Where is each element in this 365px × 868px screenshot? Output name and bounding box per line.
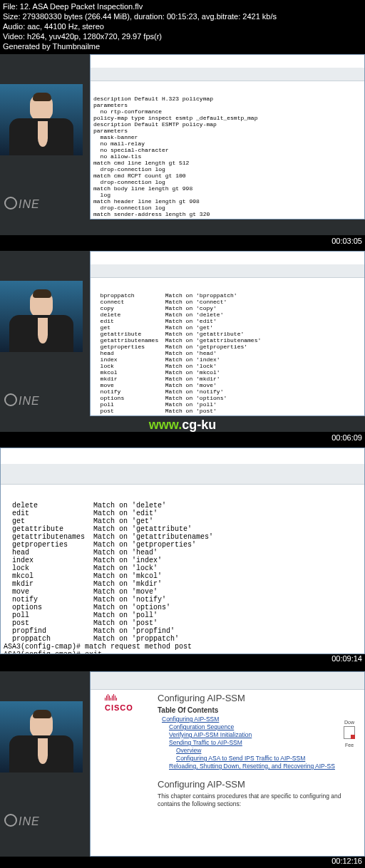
terminal-window-1: description Default H.323 policymap para… bbox=[90, 54, 365, 219]
presenter bbox=[0, 281, 83, 352]
toc-link[interactable]: Configuring ASA to Send IPS Traffic to A… bbox=[176, 755, 305, 762]
toc-link[interactable]: Overview bbox=[176, 747, 201, 754]
ine-logo: INE bbox=[4, 393, 40, 408]
terminal-window-2: bproppatch Match on 'bproppatch' connect… bbox=[90, 251, 365, 416]
presenter bbox=[0, 701, 83, 773]
download-box[interactable]: DowFee bbox=[337, 718, 361, 749]
terminal-menubar bbox=[1, 464, 364, 485]
terminal-text: bproppatch Match on 'bproppatch' connect… bbox=[93, 292, 261, 416]
ine-logo: INE bbox=[4, 814, 40, 828]
thumbnail-1: INE description Default H.323 policymap … bbox=[0, 54, 365, 235]
toc-link[interactable]: Configuration Sequence bbox=[169, 723, 234, 730]
terminal-titlebar bbox=[91, 264, 364, 278]
terminal-titlebar bbox=[91, 68, 364, 81]
terminal-text: description Default H.323 policymap para… bbox=[93, 95, 257, 219]
toc-link[interactable]: Configuring AIP-SSM bbox=[162, 715, 219, 723]
thumbnail-2: INE bproppatch Match on 'bproppatch' con… bbox=[0, 251, 365, 432]
timestamp-2: 00:06:09 bbox=[331, 433, 362, 442]
browser-toolbar bbox=[91, 672, 364, 690]
video-metadata: File: 12. ASA Deep Packet Inspection.flv… bbox=[3, 1, 277, 51]
watermark: www.cg-ku bbox=[149, 418, 216, 433]
section-heading: Configuring AIP-SSM bbox=[158, 780, 359, 788]
body-text: This chapter contains procedures that ar… bbox=[158, 792, 359, 808]
timestamp-3: 00:09:14 bbox=[331, 654, 362, 663]
ine-logo: INE bbox=[4, 197, 40, 211]
doc-title: Configuring AIP-SSM bbox=[158, 694, 359, 702]
thumbnail-4: INE CISCO Configuring AIP-SSM Table Of C… bbox=[0, 671, 365, 857]
timestamp-1: 00:03:05 bbox=[331, 237, 362, 245]
toc-heading: Table Of Contents bbox=[158, 706, 359, 714]
presenter bbox=[0, 84, 83, 155]
pdf-icon bbox=[344, 726, 355, 739]
thumbnail-3: delete Match on 'delete' edit Match on '… bbox=[0, 448, 365, 654]
terminal-text: delete Match on 'delete' edit Match on '… bbox=[4, 502, 213, 654]
timestamp-4: 00:12:16 bbox=[331, 857, 362, 865]
terminal-window-3: delete Match on 'delete' edit Match on '… bbox=[0, 448, 365, 654]
toc-link[interactable]: Reloading, Shutting Down, Resetting, and… bbox=[169, 763, 335, 770]
browser-window: CISCO Configuring AIP-SSM Table Of Conte… bbox=[90, 671, 365, 857]
toc-link[interactable]: Sending Traffic to AIP-SSM bbox=[169, 739, 242, 746]
toc-link[interactable]: Verifying AIP-SSM Initialization bbox=[169, 731, 252, 738]
